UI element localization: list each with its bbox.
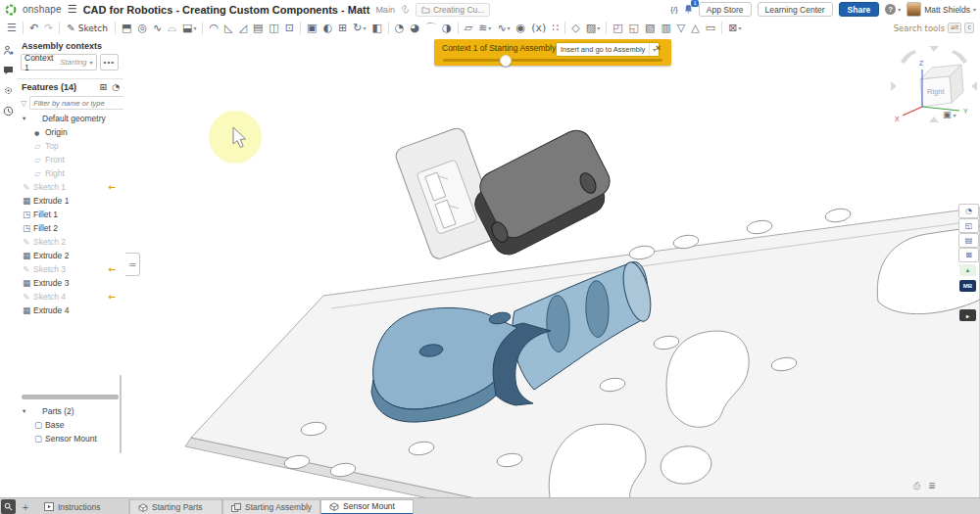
add-tab-button[interactable]: +	[19, 501, 32, 513]
transform-icon[interactable]: ◇	[568, 20, 582, 36]
panel-collapse-handle[interactable]: ≔	[125, 253, 140, 276]
appearance-icon[interactable]: ▧	[642, 20, 658, 36]
custom-feature-icon[interactable]: ⊠▾	[725, 20, 744, 36]
3d-scene[interactable]	[123, 37, 980, 497]
learning-center-button[interactable]: Learning Center	[758, 2, 833, 17]
helix-icon[interactable]: ≋▾	[475, 20, 494, 36]
part-base[interactable]: ▢Base	[17, 418, 123, 432]
circular-pattern-icon[interactable]: ↻▾	[350, 20, 368, 36]
chamfer-icon[interactable]: ◺	[221, 20, 235, 36]
share-button[interactable]: Share	[839, 2, 880, 17]
mb-extension-icon[interactable]: MB	[959, 280, 976, 292]
view-options-menu[interactable]: ▣▾	[943, 110, 956, 119]
search-tools[interactable]: Search tools alt c	[894, 23, 980, 33]
part-sensor-mount[interactable]: ▢Sensor Mount	[17, 432, 123, 445]
thicken-icon[interactable]: ⬓▾	[179, 20, 199, 36]
draft-icon[interactable]: ◿	[235, 20, 249, 36]
delete-face-icon[interactable]: ◕	[407, 20, 422, 36]
user-menu[interactable]: Matt Shields ▾	[906, 2, 976, 17]
3d-viewport[interactable]: ≔ Context 1 of Starting Assembly Insert …	[123, 37, 980, 497]
section-view-icon[interactable]: ◱	[626, 20, 642, 36]
context-selector[interactable]: Context 1 Starting ▾	[21, 54, 97, 70]
variable-icon[interactable]: (x)	[528, 20, 549, 36]
linear-pattern-icon[interactable]: ⊞	[335, 20, 350, 36]
rollback-bar[interactable]	[22, 395, 119, 399]
insert-feature-icon[interactable]: ⊞	[100, 82, 108, 92]
context-more-button[interactable]: •••	[100, 54, 119, 70]
sensor-part[interactable]	[394, 125, 615, 261]
app-store-button[interactable]: App Store	[699, 2, 752, 17]
feature-history-icon[interactable]: ◔	[112, 82, 120, 92]
modify-fillet-icon[interactable]: ⌒	[422, 20, 439, 36]
point-icon[interactable]: ◉	[514, 20, 529, 36]
redo-icon[interactable]: ↷	[41, 20, 56, 36]
shell-icon[interactable]: ◫	[266, 20, 281, 36]
boolean-icon[interactable]: ▣	[304, 20, 319, 36]
context-slider-handle[interactable]	[500, 55, 512, 67]
drawing-icon[interactable]: ▭	[703, 20, 718, 36]
extension-icon-3[interactable]: ▤	[958, 233, 979, 248]
revolve-icon[interactable]: ◎	[134, 20, 150, 36]
named-views-icon[interactable]: ▥	[658, 20, 673, 36]
tree-geometry-right[interactable]: ▱Right	[17, 166, 123, 180]
tree-feature-sketch-2[interactable]: ✎Sketch 2	[17, 235, 123, 249]
notifications-icon[interactable]: 1	[684, 4, 693, 16]
search-tabs-icon[interactable]	[1, 499, 16, 514]
history-icon[interactable]	[3, 106, 14, 117]
chevron-down-icon[interactable]: ▾	[23, 115, 31, 122]
chevron-down-icon[interactable]: ▾	[23, 407, 31, 415]
undo-icon[interactable]: ↶	[26, 20, 41, 36]
frames-icon[interactable]: ▨▾	[583, 20, 603, 36]
measure-icon[interactable]: ◰	[610, 20, 625, 36]
view-cube[interactable]: Right Z X Y	[887, 44, 980, 126]
tree-geometry-origin[interactable]: ●Origin	[17, 125, 123, 139]
tree-feature-extrude-4[interactable]: ▦Extrude 4	[17, 304, 123, 317]
feature-list-toggle-icon[interactable]: ☰	[4, 20, 20, 36]
extension-icon-2[interactable]: ◱	[958, 218, 979, 233]
tree-feature-extrude-1[interactable]: ▦Extrude 1	[17, 194, 123, 208]
main-menu-icon[interactable]: ☰	[68, 3, 77, 16]
explode-icon[interactable]: △	[688, 20, 702, 36]
printer-icon[interactable]: ⎙	[913, 481, 920, 491]
tree-feature-sketch-4[interactable]: ✎Sketch 4←	[17, 290, 123, 304]
hole-icon[interactable]: ⊡	[282, 20, 297, 36]
onshape-logo-text[interactable]: onshape	[23, 4, 62, 15]
sweep-icon[interactable]: ∿	[150, 20, 165, 36]
extrude-icon[interactable]: ⬒	[119, 20, 134, 36]
extension-icon-1[interactable]: ◔	[958, 204, 979, 218]
move-face-icon[interactable]: ◔	[392, 20, 408, 36]
link-icon[interactable]	[401, 5, 410, 14]
mirror-icon[interactable]: ◧	[368, 20, 384, 36]
settings-icon[interactable]	[3, 85, 14, 96]
tree-geometry-front[interactable]: ▱Front	[17, 153, 123, 166]
tab-starting-assembly[interactable]: Starting Assembly	[222, 499, 320, 514]
dev-portal-icon[interactable]: {/}	[670, 5, 678, 14]
plane-icon[interactable]: ▱	[462, 20, 475, 36]
tree-geometry-top[interactable]: ▱Top	[17, 139, 123, 153]
isolate-icon[interactable]: ▽	[674, 20, 688, 36]
presence-icon[interactable]	[3, 45, 14, 56]
context-slider-track[interactable]	[443, 59, 662, 62]
filter-input[interactable]	[29, 96, 133, 110]
tree-feature-extrude-3[interactable]: ▦Extrude 3	[17, 276, 123, 290]
comments-icon[interactable]	[3, 66, 14, 75]
document-tab[interactable]: Creating Cu...	[416, 3, 490, 17]
rib-icon[interactable]: ▤	[250, 20, 266, 36]
mate-connector-icon[interactable]: ∷	[549, 20, 562, 36]
tab-instructions[interactable]: Instructions	[36, 499, 129, 514]
extension-icon-4[interactable]: ⊠	[958, 248, 979, 262]
parts-header[interactable]: ▾Parts (2)	[17, 404, 123, 418]
green-extension-icon[interactable]: ▲	[959, 264, 976, 276]
tab-starting-parts[interactable]: Starting Parts	[129, 499, 222, 514]
curve-icon[interactable]: ∿▾	[494, 20, 513, 36]
banner-close-icon[interactable]: ×	[656, 43, 661, 53]
youtube-icon[interactable]: ▸	[959, 309, 976, 321]
tab-sensor-mount[interactable]: Sensor Mount	[320, 499, 414, 514]
help-menu[interactable]: ? ▾	[885, 4, 901, 15]
split-icon[interactable]: ◐	[319, 20, 335, 36]
fillet-icon[interactable]: ◠	[206, 20, 221, 36]
sketch-button[interactable]: ✎Sketch	[63, 23, 112, 33]
tree-feature-fillet-1[interactable]: ◳Fillet 1	[17, 208, 123, 221]
insert-assembly-button[interactable]: Insert and go to Assembly ▾	[556, 42, 660, 57]
replace-face-icon[interactable]: ◑	[439, 20, 455, 36]
